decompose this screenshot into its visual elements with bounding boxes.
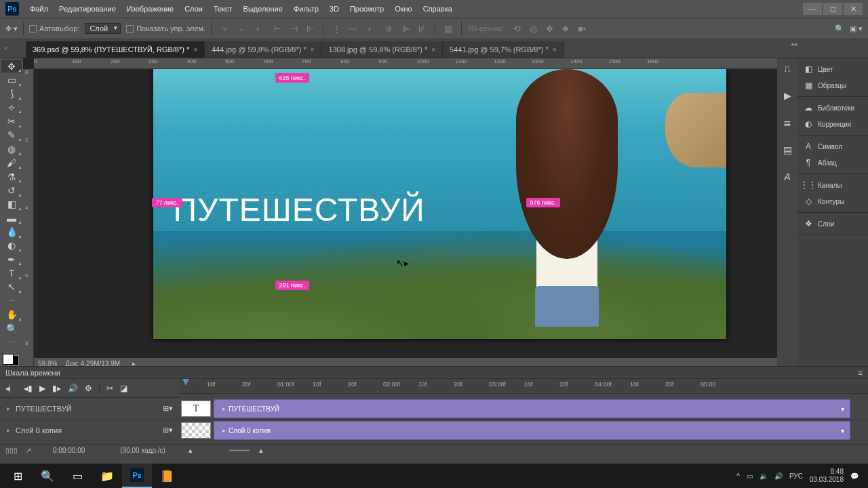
menu-Фильтр[interactable]: Фильтр [288, 3, 324, 15]
document-tab[interactable]: 5441.jpg @ 59,7% (RGB/8*) *× [443, 41, 564, 58]
menu-Слои[interactable]: Слои [179, 3, 208, 15]
maximize-button[interactable]: ◻ [823, 3, 842, 15]
next-frame-button[interactable]: ▮▸ [52, 384, 61, 393]
auto-align-icon[interactable]: ▥ [441, 21, 456, 36]
panel-Коррекция[interactable]: ◐Коррекция [797, 116, 868, 132]
canvas-text-layer[interactable]: ПУТЕШЕСТВУЙ [174, 191, 425, 228]
menu-Файл[interactable]: Файл [24, 3, 54, 15]
transition-button[interactable]: ◪ [120, 384, 127, 393]
timeline-clip[interactable]: ▸ПУТЕШЕСТВУЙ▾ [214, 399, 850, 418]
timeline-clip[interactable]: ▸Слой 0 копия▾ [214, 421, 850, 440]
shape-tool[interactable]: ⋯ [1, 294, 22, 307]
align-bottom-icon[interactable]: ⫞ [250, 21, 264, 36]
distribute-5-icon[interactable]: ⊫ [398, 21, 413, 36]
workspace-switcher-icon[interactable]: ▣ ▾ [850, 24, 863, 33]
tab-close-icon[interactable]: × [431, 46, 435, 54]
align-hcenter-icon[interactable]: ⊣ [286, 21, 301, 36]
adjustments-icon[interactable]: ≣ [780, 115, 795, 130]
search-taskbar-icon[interactable]: 🔍 [33, 464, 62, 488]
settings-button[interactable]: ⚙ [85, 384, 92, 393]
hand-tool[interactable]: ✋ [1, 308, 22, 321]
stamp-tool[interactable]: ⚗ [1, 170, 22, 183]
align-left-icon[interactable]: ⊢ [270, 21, 285, 36]
expand-icon[interactable]: ▸ [7, 405, 10, 412]
pen-tool[interactable]: ✒ [1, 253, 22, 266]
move-tool[interactable]: ✥ [1, 60, 22, 73]
document-tab[interactable]: 444.jpg @ 59,8% (RGB/8*) *× [205, 41, 321, 58]
track-options-icon[interactable]: ⊞▾ [163, 404, 173, 413]
type-tool[interactable]: T [1, 266, 22, 279]
menu-Справка[interactable]: Справка [418, 3, 458, 15]
photoshop-task-icon[interactable]: Ps [122, 464, 152, 488]
history-brush-tool[interactable]: ↺ [1, 184, 22, 197]
menu-Редактирование[interactable]: Редактирование [54, 3, 121, 15]
marquee-tool[interactable]: ▭ [1, 73, 22, 86]
histogram-icon[interactable]: ⎍ [780, 61, 795, 76]
lasso-tool[interactable]: ⟆ [1, 87, 22, 100]
footer-icon[interactable]: ▯▯▯ [5, 447, 18, 454]
panel-Символ[interactable]: AСимвол [797, 138, 868, 155]
align-vcenter-icon[interactable]: ⫠ [233, 21, 248, 36]
panel-Контуры[interactable]: ◇Контуры [797, 193, 868, 209]
autoselect-checkbox[interactable]: Автовыбор: [29, 24, 79, 33]
tray-up-icon[interactable]: ^ [736, 472, 740, 480]
distribute-2-icon[interactable]: ⋯ [345, 21, 360, 36]
mute-button[interactable]: 🔊 [68, 384, 78, 393]
timeline-track[interactable]: ▸ПУТЕШЕСТВУЙ⊞▾T▸ПУТЕШЕСТВУЙ▾+ [0, 398, 868, 420]
zoom-out-icon[interactable]: ▲ [187, 447, 194, 454]
distribute-4-icon[interactable]: ⊪ [382, 21, 397, 36]
zoom-tool[interactable]: 🔍 [1, 322, 22, 335]
panel-Библиотеки[interactable]: ☁Библиотеки [797, 100, 868, 116]
color-swatches[interactable] [1, 352, 20, 368]
language-indicator[interactable]: РУС [789, 472, 803, 480]
timeline-ruler[interactable]: 10f20f01:00f10f20f02:00f10f20f03:00f10f2… [180, 379, 868, 394]
align-right-icon[interactable]: ⊩ [302, 21, 317, 36]
panel-Слои[interactable]: ❖Слои [797, 216, 868, 232]
panel-menu-icon[interactable]: ≡ [859, 369, 863, 377]
track-options-icon[interactable]: ⊞▾ [163, 426, 173, 434]
eyedropper-tool[interactable]: ✎ [1, 129, 22, 142]
play-icon[interactable]: ▶ [780, 88, 795, 103]
menu-Окно[interactable]: Окно [389, 3, 418, 15]
panel-Образцы[interactable]: ▦Образцы [797, 77, 868, 94]
tab-close-icon[interactable]: × [311, 46, 315, 54]
close-button[interactable]: ✕ [844, 3, 863, 15]
clock[interactable]: 8:4803.03.2018 [810, 468, 844, 484]
panel-collapse-icon[interactable]: ◂◂ [791, 41, 797, 47]
glyphs-icon[interactable]: A [780, 169, 795, 184]
autoselect-dropdown[interactable]: Слой [85, 23, 121, 34]
battery-icon[interactable]: ▭ [747, 472, 753, 480]
blur-tool[interactable]: 💧 [1, 225, 22, 238]
menu-Текст[interactable]: Текст [208, 3, 238, 15]
explorer-icon[interactable]: 📁 [92, 464, 122, 488]
show-controls-checkbox[interactable]: Показать упр. элем. [126, 24, 205, 33]
styles-icon[interactable]: ▤ [780, 142, 795, 157]
distribute-6-icon[interactable]: ⊬ [414, 21, 429, 36]
wand-tool[interactable]: ✧ [1, 101, 22, 114]
heal-tool[interactable]: ◍ [1, 142, 22, 155]
more-tools[interactable]: ⋯ [1, 336, 22, 348]
minimize-button[interactable]: — [803, 3, 822, 15]
tab-close-icon[interactable]: × [193, 46, 197, 54]
panel-Цвет[interactable]: ◧Цвет [797, 61, 868, 77]
play-button[interactable]: ▶ [39, 384, 45, 393]
network-icon[interactable]: 🔉 [760, 472, 768, 480]
dodge-tool[interactable]: ◐ [1, 239, 22, 252]
first-frame-button[interactable]: ◂⎸ [5, 384, 17, 393]
volume-icon[interactable]: 🔊 [774, 472, 783, 480]
taskview-icon[interactable]: ▭ [62, 464, 92, 488]
menu-Изображение[interactable]: Изображение [121, 3, 179, 15]
zoom-in-icon[interactable]: ▲ [258, 447, 264, 454]
search-icon[interactable]: 🔍 [835, 24, 844, 33]
export-icon[interactable]: ↗ [26, 447, 31, 454]
menu-Выделение[interactable]: Выделение [238, 3, 288, 15]
timeline-track[interactable]: ▸Слой 0 копия⊞▾▸Слой 0 копия▾+ [0, 420, 868, 441]
panel-Абзац[interactable]: ¶Абзац [797, 155, 868, 171]
menu-3D[interactable]: 3D [324, 3, 344, 15]
tab-close-icon[interactable]: × [553, 46, 557, 54]
align-top-icon[interactable]: ⫟ [217, 21, 232, 36]
distribute-3-icon[interactable]: ⫞ [361, 21, 376, 36]
expand-icon[interactable]: ▸ [7, 426, 10, 434]
split-button[interactable]: ✂ [106, 384, 113, 393]
distribute-1-icon[interactable]: ⋮ [329, 21, 344, 36]
